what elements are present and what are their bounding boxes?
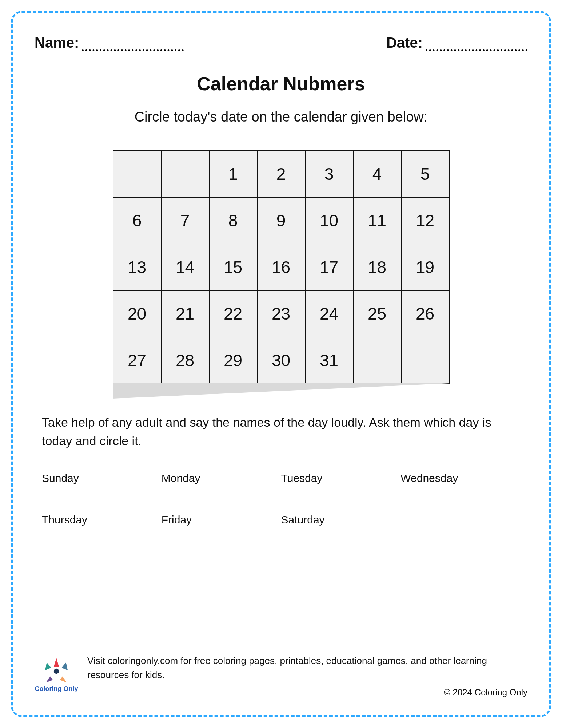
calendar-cell[interactable]: 10 <box>305 197 353 244</box>
day-name[interactable]: Tuesday <box>281 472 401 484</box>
calendar-cell[interactable]: 16 <box>257 244 305 290</box>
calendar-cell[interactable] <box>161 151 209 197</box>
footer: Coloring Only Visit coloringonly.com for… <box>35 654 527 699</box>
date-field: Date: <box>386 35 527 51</box>
svg-point-1 <box>54 669 59 674</box>
calendar-cell[interactable]: 25 <box>353 290 401 337</box>
calendar-cell[interactable]: 9 <box>257 197 305 244</box>
calendar-cell[interactable]: 8 <box>209 197 257 244</box>
calendar-cell[interactable]: 14 <box>161 244 209 290</box>
calendar-cell[interactable]: 20 <box>113 290 161 337</box>
calendar-grid: 1234567891011121314151617181920212223242… <box>113 150 450 384</box>
calendar-cell[interactable]: 19 <box>401 244 449 290</box>
worksheet-page: Name: Date: Calendar Nubmers Circle toda… <box>11 11 551 717</box>
calendar-cell[interactable]: 23 <box>257 290 305 337</box>
calendar-cell[interactable]: 22 <box>209 290 257 337</box>
calendar-cell[interactable]: 6 <box>113 197 161 244</box>
name-label: Name: <box>35 35 79 51</box>
day-name[interactable]: Saturday <box>281 514 401 526</box>
calendar-cell[interactable]: 12 <box>401 197 449 244</box>
footer-text: Visit coloringonly.com for free coloring… <box>87 654 527 699</box>
svg-marker-0 <box>113 383 450 399</box>
instruction2-text: Take help of any adult and say the names… <box>42 413 520 450</box>
calendar-cell[interactable]: 7 <box>161 197 209 244</box>
calendar-cell[interactable]: 4 <box>353 151 401 197</box>
calendar-cell[interactable]: 29 <box>209 337 257 384</box>
calendar-cell[interactable]: 2 <box>257 151 305 197</box>
calendar-cell[interactable]: 15 <box>209 244 257 290</box>
date-label: Date: <box>386 35 423 51</box>
calendar-cell[interactable]: 31 <box>305 337 353 384</box>
calendar-cell[interactable] <box>353 337 401 384</box>
calendar-cell[interactable]: 26 <box>401 290 449 337</box>
day-name[interactable]: Friday <box>162 514 281 526</box>
calendar-cell[interactable] <box>401 337 449 384</box>
name-field: Name: <box>35 35 184 51</box>
calendar-cell[interactable]: 3 <box>305 151 353 197</box>
calendar-cell[interactable]: 13 <box>113 244 161 290</box>
calendar-cell[interactable]: 28 <box>161 337 209 384</box>
calendar-cell[interactable]: 27 <box>113 337 161 384</box>
day-name[interactable]: Monday <box>162 472 281 484</box>
copyright: © 2024 Coloring Only <box>87 686 527 699</box>
name-blank-line[interactable] <box>82 40 184 51</box>
footer-link[interactable]: coloringonly.com <box>108 655 178 666</box>
footer-before: Visit <box>87 655 108 666</box>
calendar-cell[interactable]: 24 <box>305 290 353 337</box>
calendar-shadow <box>113 383 450 399</box>
worksheet-title: Calendar Nubmers <box>35 73 527 95</box>
calendar-cell[interactable]: 21 <box>161 290 209 337</box>
logo: Coloring Only <box>35 654 78 693</box>
calendar-cell[interactable]: 1 <box>209 151 257 197</box>
day-name[interactable]: Wednesday <box>400 472 520 484</box>
instruction-text: Circle today's date on the calendar give… <box>35 109 527 125</box>
calendar-cell[interactable]: 17 <box>305 244 353 290</box>
logo-icon <box>35 654 78 684</box>
days-grid: SundayMondayTuesdayWednesdayThursdayFrid… <box>42 472 520 526</box>
calendar-cell[interactable]: 5 <box>401 151 449 197</box>
day-name[interactable]: Sunday <box>42 472 162 484</box>
calendar-cell[interactable]: 18 <box>353 244 401 290</box>
calendar-wrapper: 1234567891011121314151617181920212223242… <box>113 150 450 384</box>
date-blank-line[interactable] <box>426 40 527 51</box>
header-row: Name: Date: <box>35 35 527 51</box>
calendar-cell[interactable]: 30 <box>257 337 305 384</box>
day-name[interactable]: Thursday <box>42 514 162 526</box>
logo-text: Coloring Only <box>35 685 78 693</box>
calendar-cell[interactable] <box>113 151 161 197</box>
calendar-cell[interactable]: 11 <box>353 197 401 244</box>
